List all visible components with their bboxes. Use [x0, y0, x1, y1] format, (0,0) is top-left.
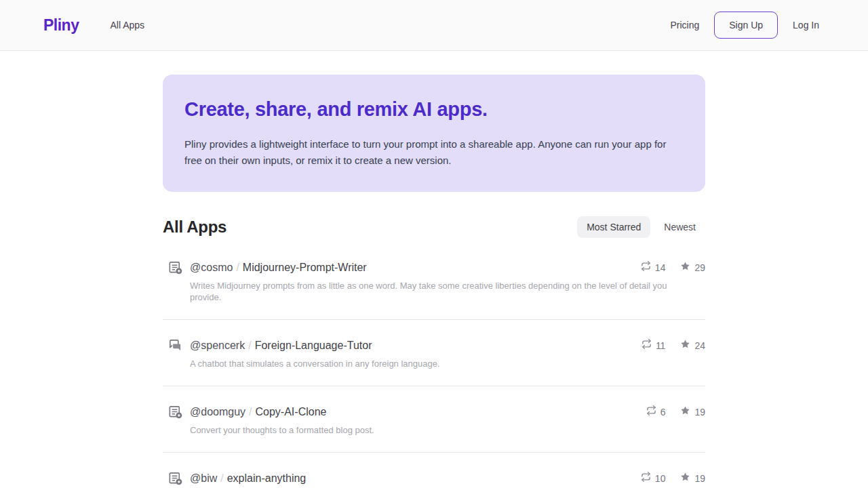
app-username[interactable]: @cosmo — [190, 262, 233, 273]
app-title: @cosmo/Midjourney-Prompt-Writer — [190, 260, 367, 276]
star-count: 29 — [694, 262, 705, 273]
star-stat: 19 — [680, 472, 705, 485]
star-icon — [680, 472, 690, 485]
remix-stat: 14 — [641, 261, 666, 274]
log-in-link[interactable]: Log In — [793, 20, 819, 30]
sort-newest[interactable]: Newest — [654, 216, 705, 238]
remix-count: 14 — [655, 262, 666, 273]
repeat-icon — [642, 339, 652, 352]
apps-section-title: All Apps — [163, 218, 226, 237]
app-stats: 14 29 — [641, 261, 705, 274]
star-count: 19 — [694, 407, 705, 418]
star-icon — [680, 339, 690, 352]
app-list: @cosmo/Midjourney-Prompt-Writer 14 29 Wr… — [163, 242, 705, 488]
repeat-icon — [646, 405, 656, 418]
app-name[interactable]: Midjourney-Prompt-Writer — [243, 262, 367, 273]
app-stats: 6 19 — [646, 405, 705, 418]
star-stat: 19 — [680, 405, 705, 418]
primary-nav: All Apps — [110, 20, 144, 30]
star-stat: 29 — [680, 261, 705, 274]
app-description: Convert your thoughts to a formatted blo… — [190, 424, 697, 436]
remix-count: 11 — [656, 340, 666, 351]
post-add-icon — [167, 404, 183, 420]
hero-title: Create, share, and remix AI apps. — [184, 98, 684, 121]
remix-count: 10 — [655, 473, 666, 484]
app-description: Writes Midjourney prompts from as little… — [190, 280, 697, 303]
app-title: @doomguy/Copy-AI-Clone — [190, 404, 326, 420]
chat-icon — [167, 338, 183, 354]
app-username[interactable]: @doomguy — [190, 406, 245, 418]
repeat-icon — [641, 472, 651, 485]
app-username[interactable]: @spencerk — [190, 340, 245, 351]
main-content: Create, share, and remix AI apps. Pliny … — [163, 75, 705, 488]
hero-banner: Create, share, and remix AI apps. Pliny … — [163, 75, 705, 192]
title-separator: / — [236, 262, 239, 273]
app-title: @biw/explain-anything — [190, 470, 306, 487]
sort-toggle: Most Starred Newest — [577, 216, 705, 238]
star-icon — [680, 261, 690, 274]
top-navbar: Pliny All Apps Pricing Sign Up Log In — [0, 0, 868, 51]
pricing-link[interactable]: Pricing — [670, 20, 699, 30]
app-stats: 11 24 — [642, 339, 705, 352]
star-count: 19 — [694, 473, 705, 484]
nav-all-apps-link[interactable]: All Apps — [110, 20, 144, 30]
star-stat: 24 — [680, 339, 705, 352]
app-stats: 10 19 — [641, 472, 705, 485]
remix-stat: 11 — [642, 339, 666, 352]
app-username[interactable]: @biw — [190, 472, 217, 484]
remix-stat: 10 — [641, 472, 666, 485]
sort-most-starred[interactable]: Most Starred — [577, 216, 650, 238]
hero-description: Pliny provides a lightweight interface t… — [184, 136, 684, 169]
post-add-icon — [167, 260, 183, 276]
sign-up-button[interactable]: Sign Up — [714, 12, 778, 39]
title-separator: / — [249, 406, 252, 418]
app-title: @spencerk/Foreign-Language-Tutor — [190, 338, 372, 354]
star-icon — [680, 405, 690, 418]
apps-section-header: All Apps Most Starred Newest — [163, 216, 705, 238]
star-count: 24 — [694, 340, 705, 351]
remix-count: 6 — [660, 407, 666, 418]
app-name[interactable]: explain-anything — [227, 472, 307, 484]
app-row-foreign-language-tutor: @spencerk/Foreign-Language-Tutor 11 24 A… — [163, 320, 705, 386]
account-nav: Pricing Sign Up Log In — [670, 12, 819, 39]
title-separator: / — [248, 340, 251, 351]
post-add-icon — [167, 470, 183, 487]
app-name[interactable]: Foreign-Language-Tutor — [255, 340, 372, 351]
remix-stat: 6 — [646, 405, 666, 418]
app-description: A chatbot that simulates a conversation … — [190, 358, 697, 369]
pliny-logo[interactable]: Pliny — [43, 16, 79, 35]
repeat-icon — [641, 261, 651, 274]
app-row-explain-anything: @biw/explain-anything 10 19 — [163, 453, 705, 488]
app-row-copy-ai-clone: @doomguy/Copy-AI-Clone 6 19 Convert your… — [163, 386, 705, 453]
app-row-midjourney-prompt-writer: @cosmo/Midjourney-Prompt-Writer 14 29 Wr… — [163, 242, 705, 320]
app-name[interactable]: Copy-AI-Clone — [256, 406, 327, 418]
title-separator: / — [220, 472, 223, 484]
